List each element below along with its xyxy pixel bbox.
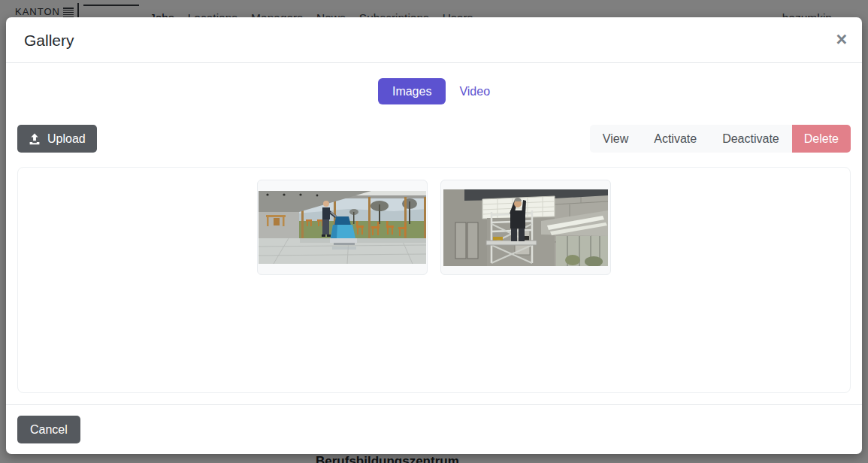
activate-button[interactable]: Activate [641,125,709,153]
media-tabs: Images Video [17,78,851,104]
modal-body: Images Video Upload View Activate Deacti… [6,63,862,404]
gallery-modal: Gallery × Images Video Upload View Activ… [6,17,862,454]
view-button[interactable]: View [590,125,641,153]
upload-button[interactable]: Upload [17,125,97,153]
upload-label: Upload [47,132,86,146]
modal-title: Gallery [24,30,844,51]
gallery-grid [17,167,851,393]
upload-icon [29,133,41,145]
gallery-thumbnail-1[interactable] [257,180,428,275]
floor-cleaning-machine-photo [259,191,426,264]
actions-button-group: View Activate Deactivate Delete [590,125,851,153]
tab-images[interactable]: Images [378,78,446,104]
delete-button[interactable]: Delete [792,125,851,153]
modal-header: Gallery × [6,17,862,63]
gallery-toolbar: Upload View Activate Deactivate Delete [17,125,851,153]
deactivate-button[interactable]: Deactivate [709,125,792,153]
modal-footer: Cancel [6,404,862,454]
gallery-thumbnail-2[interactable] [440,180,611,275]
cancel-button[interactable]: Cancel [17,416,80,443]
worker-on-scaffold-photo [443,189,608,266]
tab-video[interactable]: Video [459,85,490,98]
close-icon[interactable]: × [833,27,850,52]
